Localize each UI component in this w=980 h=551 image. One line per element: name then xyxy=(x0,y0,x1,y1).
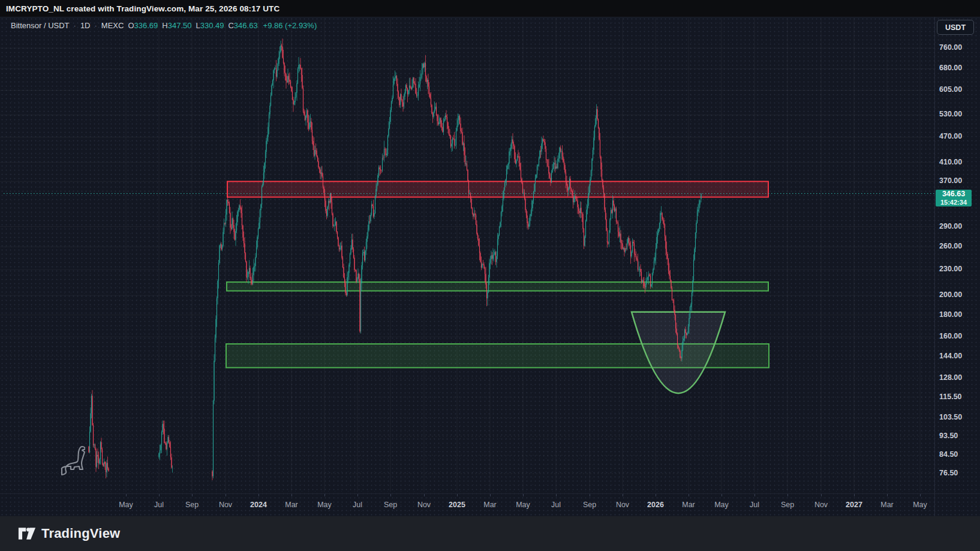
candle-body xyxy=(452,138,453,143)
candlestick-plot[interactable] xyxy=(0,0,980,493)
candle-body xyxy=(249,268,250,278)
candle-body xyxy=(294,102,294,104)
candle-body xyxy=(303,112,304,115)
candle-body xyxy=(543,139,543,141)
tradingview-logo-text: TradingView xyxy=(41,526,120,541)
symbol-legend[interactable]: Bittensor / USDT · 1D · MEXC O336.69 H34… xyxy=(11,21,317,30)
symbol-title[interactable]: Bittensor / USDT xyxy=(11,21,70,30)
candle-body xyxy=(416,94,417,96)
candle-body xyxy=(686,333,687,335)
candle-body xyxy=(359,279,360,331)
time-tick-mark xyxy=(722,494,722,496)
candle-body xyxy=(641,272,642,282)
candle-body xyxy=(270,95,271,106)
candle-body xyxy=(480,253,480,262)
candle-body xyxy=(398,92,399,97)
candle-body xyxy=(564,165,565,172)
candle-body xyxy=(681,350,682,358)
candle-body xyxy=(315,150,316,151)
candle-body xyxy=(478,239,479,246)
candle-body xyxy=(339,248,340,249)
candle-body xyxy=(554,163,554,164)
candle-body xyxy=(361,265,362,283)
candle-body xyxy=(242,226,243,238)
candle-body xyxy=(426,76,426,82)
candle-body xyxy=(266,141,266,152)
candle-body xyxy=(400,94,401,105)
candle-body xyxy=(580,208,581,213)
candle-body xyxy=(674,300,674,310)
candle-body xyxy=(563,157,563,162)
candle-body xyxy=(636,255,636,259)
candle-body xyxy=(539,158,539,165)
candle-body xyxy=(410,86,410,88)
candle-body xyxy=(330,194,331,203)
candle-body xyxy=(95,445,95,450)
low-value: 330.49 xyxy=(200,21,224,30)
candle-body xyxy=(301,69,302,76)
price-tick-label: 680.00 xyxy=(939,64,978,72)
support-zone-upper[interactable] xyxy=(227,282,768,291)
candle-body xyxy=(254,266,255,266)
candle-body xyxy=(620,233,620,236)
candle-body xyxy=(611,210,612,213)
time-tick-mark xyxy=(854,494,855,496)
time-tick-label: Sep xyxy=(774,501,801,509)
candle-body xyxy=(685,330,686,333)
candle-body xyxy=(576,199,577,200)
candle-body xyxy=(467,163,467,170)
candle-body xyxy=(446,115,446,117)
candle-body xyxy=(629,242,630,245)
candle-body xyxy=(351,239,352,248)
candle-body xyxy=(539,151,540,158)
candle-body xyxy=(327,207,327,216)
candle-body xyxy=(366,242,366,251)
candle-body xyxy=(500,223,500,227)
candle-body xyxy=(396,76,397,84)
candle-body xyxy=(588,193,588,206)
tradingview-logo[interactable]: TradingView xyxy=(18,526,120,541)
candle-body xyxy=(395,79,395,79)
candle-body xyxy=(650,276,651,287)
candle-body xyxy=(256,247,257,257)
candle-body xyxy=(244,243,245,253)
candle-body xyxy=(377,175,378,185)
candle-body xyxy=(437,115,437,121)
candle-body xyxy=(663,220,664,225)
candle-body xyxy=(89,432,90,452)
candle-body xyxy=(530,214,531,215)
resistance-zone[interactable] xyxy=(227,181,768,197)
candle-body xyxy=(338,237,338,245)
candle-body xyxy=(557,159,558,168)
candle-body xyxy=(288,76,289,80)
candle-body xyxy=(526,210,527,215)
candle-body xyxy=(419,85,419,88)
candle-body xyxy=(411,88,411,89)
candle-body xyxy=(323,187,324,193)
candle-body xyxy=(602,169,602,179)
candle-body xyxy=(375,196,375,213)
candle-body xyxy=(261,187,262,205)
candle-body xyxy=(678,346,678,348)
candle-body xyxy=(615,208,615,211)
candle-body xyxy=(497,239,498,256)
candle-body xyxy=(639,269,640,269)
candle-body xyxy=(343,267,344,277)
candle-body xyxy=(548,160,548,166)
candle-body xyxy=(527,215,527,223)
candle-body xyxy=(330,194,330,203)
currency-toggle-button[interactable]: USDT xyxy=(937,20,974,35)
candle-body xyxy=(656,237,657,248)
candle-body xyxy=(463,143,464,145)
candle-body xyxy=(229,203,230,213)
rounded-bottom-arc[interactable] xyxy=(632,312,725,394)
candle-body xyxy=(335,221,336,225)
candle-body xyxy=(104,462,105,465)
time-tick-label: May xyxy=(113,501,139,509)
candle-body xyxy=(596,109,597,118)
last-price-value: 346.63 xyxy=(942,190,965,199)
candle-body xyxy=(537,165,538,166)
interval-label[interactable]: 1D xyxy=(80,21,91,30)
candle-body xyxy=(474,214,475,215)
candle-body xyxy=(267,137,267,140)
